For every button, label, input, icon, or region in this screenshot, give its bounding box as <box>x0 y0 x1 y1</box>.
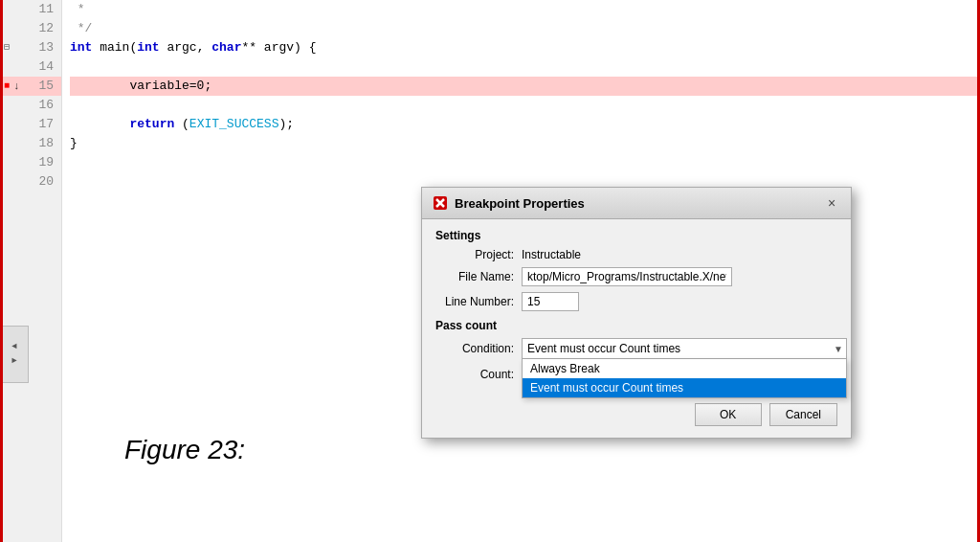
code-argc: argc, <box>160 38 212 57</box>
line-gutter: 11 12 13 14 15 16 17 18 19 20 <box>0 0 62 542</box>
condition-dropdown-wrapper[interactable]: Event must occur Count times ▼ Always Br… <box>522 338 847 359</box>
settings-section-label: Settings <box>435 229 837 242</box>
code-line-16 <box>70 96 980 115</box>
linenumber-label: Line Number: <box>435 295 522 308</box>
cancel-button[interactable]: Cancel <box>769 403 837 426</box>
count-label: Count: <box>435 368 522 381</box>
code-line-18: } <box>70 134 980 153</box>
pass-count-label: Pass count <box>435 319 837 332</box>
filename-input[interactable] <box>522 267 732 286</box>
code-argv: ** argv) { <box>241 38 316 57</box>
line-num-12: 12 <box>0 19 61 38</box>
dialog-title-text: Breakpoint Properties <box>455 196 585 211</box>
line-num-11: 11 <box>0 0 61 19</box>
project-value: Instructable <box>522 248 581 261</box>
side-panel[interactable]: ◄ ► <box>0 326 29 383</box>
figure-label: Figure 23: <box>124 435 245 465</box>
code-line-13: int main( int argc, char ** argv) { <box>70 38 980 57</box>
project-label: Project: <box>435 248 522 261</box>
side-panel-icon: ◄ ► <box>10 342 19 366</box>
code-indent-17 <box>70 115 129 134</box>
line-num-13: 13 <box>0 38 61 57</box>
breakpoint-icon <box>432 194 449 212</box>
filename-label: File Name: <box>435 270 522 283</box>
line-num-20: 20 <box>0 172 61 192</box>
condition-dropdown-list: Always Break Event must occur Count time… <box>522 359 847 398</box>
breakpoint-properties-dialog: Breakpoint Properties × Settings Project… <box>421 187 852 439</box>
dialog-body: Settings Project: Instructable File Name… <box>422 219 851 438</box>
condition-dropdown-selected[interactable]: Event must occur Count times <box>522 338 847 359</box>
line-num-16: 16 <box>0 96 61 115</box>
linenumber-input[interactable] <box>522 292 579 311</box>
dropdown-option-event-count[interactable]: Event must occur Count times <box>523 378 846 397</box>
code-main: main( <box>92 38 137 57</box>
code-comment-12: */ <box>70 19 92 38</box>
code-paren-open: ( <box>174 115 189 134</box>
line-num-18: 18 <box>0 134 61 153</box>
condition-row: Condition: Event must occur Count times … <box>435 338 837 359</box>
filename-row: File Name: <box>435 267 837 286</box>
dropdown-option-always-break[interactable]: Always Break <box>523 359 846 378</box>
line-num-19: 19 <box>0 153 61 172</box>
code-line-12: */ <box>70 19 980 38</box>
linenumber-row: Line Number: <box>435 292 837 311</box>
code-line-14 <box>70 57 980 77</box>
kw-char: char <box>212 38 241 57</box>
code-line-15: variable=0; <box>70 77 980 96</box>
code-variable: variable=0; <box>70 77 212 96</box>
code-paren-close: ); <box>278 115 294 134</box>
kw-exit-success: EXIT_SUCCESS <box>189 115 279 134</box>
ok-button[interactable]: OK <box>695 403 762 426</box>
code-line-11: * <box>70 0 980 19</box>
left-border <box>0 0 3 542</box>
code-brace-close: } <box>70 134 78 153</box>
dialog-titlebar: Breakpoint Properties × <box>422 188 851 219</box>
line-num-17: 17 <box>0 115 61 134</box>
condition-label: Condition: <box>435 342 522 355</box>
dialog-close-button[interactable]: × <box>822 193 841 213</box>
project-row: Project: Instructable <box>435 248 837 261</box>
pass-count-section: Pass count Condition: Event must occur C… <box>435 319 837 384</box>
dialog-title-left: Breakpoint Properties <box>432 194 585 212</box>
kw-return: return <box>129 115 174 134</box>
line-num-14: 14 <box>0 57 61 77</box>
code-comment-11: * <box>70 0 85 19</box>
code-editor: 11 12 13 14 15 16 17 18 19 20 * */ <box>0 0 980 542</box>
line-num-15: 15 <box>0 77 61 96</box>
dialog-buttons: OK Cancel <box>435 395 837 426</box>
code-line-19 <box>70 153 980 172</box>
code-line-17: return ( EXIT_SUCCESS ); <box>70 115 980 134</box>
kw-int2: int <box>137 38 159 57</box>
kw-int: int <box>70 38 92 57</box>
